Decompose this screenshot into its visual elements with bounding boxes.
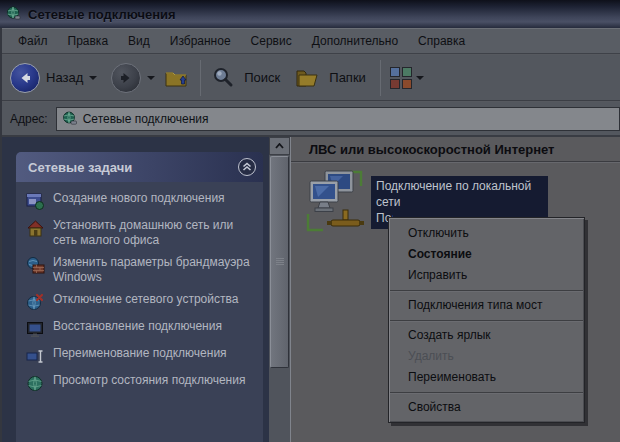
address-value: Сетевые подключения <box>83 112 209 126</box>
group-header-lan: ЛВС или высокоскоростной Интернет <box>309 142 620 157</box>
search-button-label[interactable]: Поиск <box>244 70 280 85</box>
task-label: Восстановление подключения <box>53 319 222 339</box>
toolbar: Назад Поиск Папки <box>2 55 620 101</box>
scrollbar-grip <box>276 258 284 266</box>
views-icon[interactable] <box>390 67 412 89</box>
menu-item-bridge-connections[interactable]: Подключения типа мост <box>389 295 584 316</box>
menu-separator <box>390 392 583 393</box>
windows-firewall-icon <box>26 256 45 275</box>
back-icon <box>17 70 33 86</box>
scroll-up-icon <box>275 143 284 149</box>
views-dropdown-icon[interactable] <box>416 76 424 80</box>
back-button[interactable] <box>10 63 40 93</box>
network-connections-icon <box>6 6 22 22</box>
task-repair-connection[interactable]: Восстановление подключения <box>26 319 257 339</box>
menu-item-rename[interactable]: Переименовать <box>389 367 584 388</box>
forward-icon <box>118 70 134 86</box>
scrollbar-thumb[interactable] <box>270 156 289 368</box>
window-title: Сетевые подключения <box>28 7 176 22</box>
menu-item-delete: Удалить <box>389 346 584 367</box>
network-connections-window: Сетевые подключения Файл Правка Вид Избр… <box>0 0 620 442</box>
menu-item-status[interactable]: Состояние <box>389 244 584 265</box>
task-disable-network-device[interactable]: Отключение сетевого устройства <box>26 292 257 312</box>
home-network-icon <box>26 219 45 238</box>
back-button-label[interactable]: Назад <box>46 70 83 85</box>
task-new-connection[interactable]: Создание нового подключения <box>26 191 257 211</box>
new-connection-wizard-icon <box>26 192 45 211</box>
task-label: Отключение сетевого устройства <box>53 292 238 312</box>
task-rename-connection[interactable]: Переименование подключения <box>26 346 257 366</box>
task-pane-scrollbar[interactable] <box>269 137 290 442</box>
toolbar-separator <box>200 60 201 96</box>
menu-item-properties[interactable]: Свойства <box>389 397 584 418</box>
task-setup-home-network[interactable]: Установить домашнюю сеть или сеть малого… <box>26 218 257 248</box>
menu-separator <box>390 290 583 291</box>
forward-dropdown-icon[interactable] <box>147 76 155 80</box>
task-change-firewall-settings[interactable]: Изменить параметры брандмауэра Windows <box>26 255 257 285</box>
menu-item-disable[interactable]: Отключить <box>389 223 584 244</box>
lan-connection-icon[interactable] <box>303 168 367 236</box>
view-status-icon <box>26 374 45 393</box>
menu-item-create-shortcut[interactable]: Создать ярлык <box>389 325 584 346</box>
menu-tools[interactable]: Сервис <box>241 30 302 52</box>
menu-separator <box>390 320 583 321</box>
title-bar[interactable]: Сетевые подключения <box>0 0 620 28</box>
menu-favorites[interactable]: Избранное <box>160 30 241 52</box>
menu-help[interactable]: Справка <box>408 30 475 52</box>
task-label: Создание нового подключения <box>53 191 225 211</box>
task-label: Переименование подключения <box>53 346 227 366</box>
rename-connection-icon <box>26 347 45 366</box>
forward-button[interactable] <box>111 63 141 93</box>
task-list: Создание нового подключения Установить д… <box>16 182 263 393</box>
lan-connection-name: Подключение по локальной сети <box>376 178 543 210</box>
search-icon[interactable] <box>211 66 235 90</box>
address-bar: Адрес: Сетевые подключения <box>2 102 620 137</box>
task-label: Просмотр состояния подключения <box>53 373 245 393</box>
context-menu: Отключить Состояние Исправить Подключени… <box>388 217 585 423</box>
folders-icon[interactable] <box>294 66 320 90</box>
task-pane: Сетевые задачи Создание нового подключе <box>2 137 269 442</box>
group-header-rule <box>291 161 620 162</box>
disable-network-device-icon <box>26 293 45 312</box>
up-icon[interactable] <box>164 66 190 90</box>
network-tasks-header[interactable]: Сетевые задачи <box>16 152 263 182</box>
address-label: Адрес: <box>10 112 48 126</box>
folders-button-label[interactable]: Папки <box>329 70 366 85</box>
menu-item-repair[interactable]: Исправить <box>389 265 584 286</box>
scroll-up-button[interactable] <box>269 137 290 155</box>
menu-bar: Файл Правка Вид Избранное Сервис Дополни… <box>2 28 620 54</box>
address-input[interactable]: Сетевые подключения <box>56 107 620 131</box>
menu-view[interactable]: Вид <box>118 30 160 52</box>
network-tasks-box: Сетевые задачи Создание нового подключе <box>16 152 263 442</box>
network-connections-icon <box>62 111 78 127</box>
menu-file[interactable]: Файл <box>8 30 58 52</box>
chevron-double-up-icon[interactable] <box>238 158 256 176</box>
repair-connection-icon <box>26 320 45 339</box>
menu-edit[interactable]: Правка <box>58 30 119 52</box>
task-label: Установить домашнюю сеть или сеть малого… <box>53 218 257 248</box>
task-label: Изменить параметры брандмауэра Windows <box>53 255 257 285</box>
task-view-connection-status[interactable]: Просмотр состояния подключения <box>26 373 257 393</box>
network-tasks-title: Сетевые задачи <box>28 160 132 175</box>
menu-advanced[interactable]: Дополнительно <box>302 30 408 52</box>
back-dropdown-icon[interactable] <box>89 76 97 80</box>
toolbar-separator <box>380 60 381 96</box>
